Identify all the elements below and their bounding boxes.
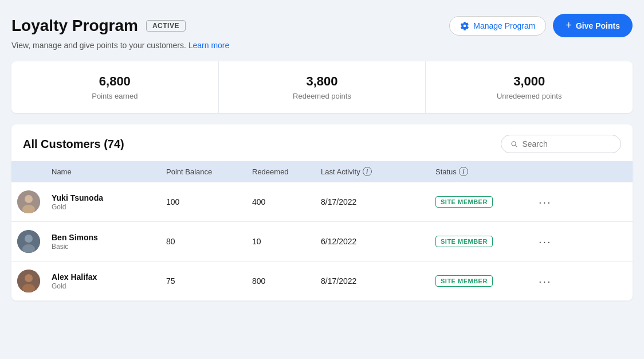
customer-info: Yuki Tsunoda Gold [52, 193, 166, 211]
avatar [17, 190, 52, 213]
table-row: Alex Halifax Gold 75 800 8/17/2022 SITE … [11, 261, 633, 301]
customers-header: All Customers (74) [11, 124, 633, 161]
customer-tier: Gold [52, 203, 166, 211]
status-badge: SITE MEMBER [435, 196, 493, 208]
customers-title: All Customers (74) [23, 138, 124, 151]
search-box[interactable] [501, 135, 621, 153]
col-last-activity: Last Activity i [321, 167, 435, 176]
page-container: Loyalty Program ACTIVE Manage Program + … [0, 0, 644, 312]
customer-avatar [17, 190, 40, 213]
unredeemed-points-value: 3,000 [426, 74, 633, 89]
redeemed-cell: 400 [252, 197, 321, 206]
svg-point-9 [25, 274, 33, 282]
point-balance-cell: 100 [166, 197, 252, 206]
last-activity-cell: 8/17/2022 [321, 276, 435, 286]
customer-tier: Basic [52, 243, 166, 251]
point-balance-cell: 80 [166, 237, 252, 246]
last-activity-cell: 6/12/2022 [321, 237, 435, 246]
customer-info: Alex Halifax Gold [52, 272, 166, 290]
header-left: Loyalty Program ACTIVE [11, 17, 186, 35]
manage-program-label: Manage Program [473, 21, 535, 30]
avatar [17, 270, 52, 292]
learn-more-link[interactable]: Learn more [189, 41, 230, 50]
unredeemed-points-label: Unredeemed points [426, 92, 633, 100]
status-cell: SITE MEMBER [435, 236, 539, 247]
points-earned-value: 6,800 [11, 74, 218, 89]
svg-point-6 [25, 235, 33, 243]
status-badge: SITE MEMBER [435, 275, 493, 287]
point-balance-cell: 75 [166, 276, 252, 286]
active-badge: ACTIVE [146, 20, 186, 32]
customer-info: Ben Simons Basic [52, 232, 166, 251]
customer-avatar [17, 230, 40, 253]
redeemed-cell: 10 [252, 237, 321, 246]
customers-section: All Customers (74) Name Point Balance Re… [11, 124, 633, 301]
give-points-button[interactable]: + Give Points [553, 14, 633, 37]
manage-program-button[interactable]: Manage Program [449, 16, 546, 36]
page-header: Loyalty Program ACTIVE Manage Program + … [11, 14, 633, 37]
gear-icon [460, 21, 469, 30]
search-icon [511, 140, 517, 148]
header-actions: Manage Program + Give Points [449, 14, 633, 37]
page-title: Loyalty Program [11, 17, 138, 35]
col-redeemed: Redeemed [252, 167, 321, 176]
more-actions-button[interactable]: ··· [539, 235, 552, 248]
col-name: Name [52, 167, 166, 176]
more-actions-cell: ··· [539, 275, 573, 288]
give-points-label: Give Points [576, 21, 620, 30]
more-actions-cell: ··· [539, 235, 573, 248]
table-header: Name Point Balance Redeemed Last Activit… [11, 161, 633, 182]
stat-redeemed-points: 3,800 Redeemed points [219, 61, 426, 113]
last-activity-info-icon: i [363, 167, 372, 176]
svg-line-1 [516, 145, 517, 147]
customer-name: Ben Simons [52, 232, 166, 243]
svg-point-3 [25, 195, 33, 203]
svg-point-0 [512, 142, 516, 146]
customer-name: Yuki Tsunoda [52, 193, 166, 203]
table-row: Ben Simons Basic 80 10 6/12/2022 SITE ME… [11, 221, 633, 261]
points-earned-label: Points earned [11, 92, 218, 100]
stats-card: 6,800 Points earned 3,800 Redeemed point… [11, 61, 633, 113]
more-actions-button[interactable]: ··· [539, 196, 552, 209]
status-info-icon: i [459, 167, 468, 176]
customer-tier: Gold [52, 282, 166, 290]
redeemed-points-label: Redeemed points [219, 92, 426, 100]
more-actions-cell: ··· [539, 196, 573, 209]
table-body: Yuki Tsunoda Gold 100 400 8/17/2022 SITE… [11, 182, 633, 301]
avatar [17, 230, 52, 253]
status-cell: SITE MEMBER [435, 275, 539, 287]
more-actions-button[interactable]: ··· [539, 275, 552, 288]
table-row: Yuki Tsunoda Gold 100 400 8/17/2022 SITE… [11, 182, 633, 221]
customer-name: Alex Halifax [52, 272, 166, 282]
subtitle: View, manage and give points to your cus… [11, 41, 633, 50]
stat-unredeemed-points: 3,000 Unredeemed points [426, 61, 633, 113]
status-cell: SITE MEMBER [435, 196, 539, 208]
col-point-balance: Point Balance [166, 167, 252, 176]
redeemed-points-value: 3,800 [219, 74, 426, 89]
last-activity-cell: 8/17/2022 [321, 197, 435, 206]
redeemed-cell: 800 [252, 276, 321, 286]
customer-avatar [17, 270, 40, 292]
stat-points-earned: 6,800 Points earned [11, 61, 219, 113]
search-input[interactable] [522, 139, 611, 149]
plus-icon: + [566, 19, 572, 32]
col-status: Status i [435, 167, 539, 176]
status-badge: SITE MEMBER [435, 236, 493, 247]
